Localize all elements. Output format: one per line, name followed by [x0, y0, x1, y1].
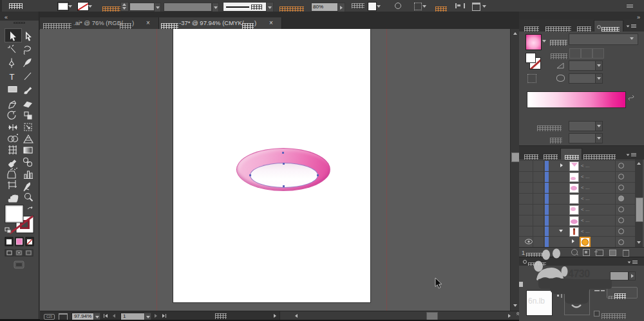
svg-text:T: T	[10, 72, 15, 82]
